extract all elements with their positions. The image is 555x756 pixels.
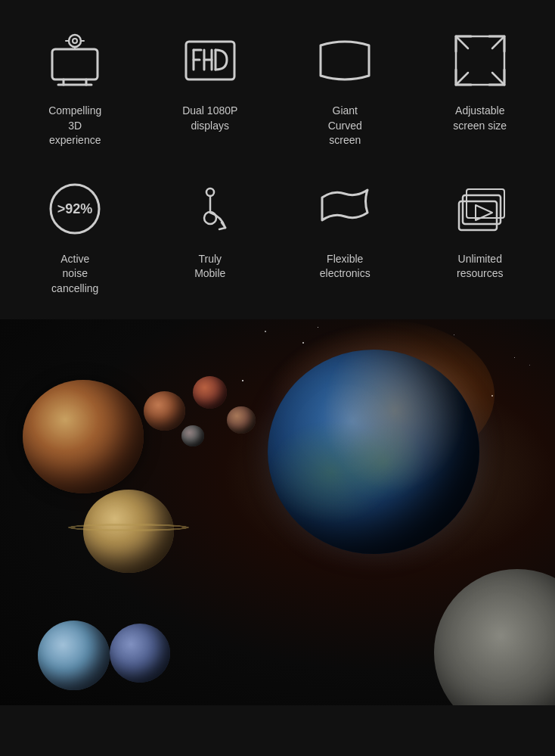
feature-adjustable-label: Adjustablescreen size xyxy=(453,104,507,133)
svg-line-35 xyxy=(219,228,225,229)
feature-dual-1080p: Dual 1080Pdisplays xyxy=(143,15,278,163)
features-grid: Compelling3Dexperience Dual 1080Pdisplay… xyxy=(0,0,555,319)
planet-jupiter xyxy=(23,380,144,493)
feature-noise-cancelling: >92% Activenoisecancelling xyxy=(8,163,143,312)
svg-point-36 xyxy=(204,212,216,224)
mobile-icon xyxy=(176,175,244,243)
feature-curved-screen: GiantCurvedscreen xyxy=(278,15,413,163)
resources-icon xyxy=(446,175,514,243)
planet-small-1 xyxy=(144,391,185,431)
planet-small-4 xyxy=(181,425,204,446)
planet-ice2 xyxy=(110,624,170,683)
planet-saturn-container xyxy=(68,486,189,577)
svg-point-5 xyxy=(73,39,77,43)
svg-rect-39 xyxy=(467,189,504,218)
svg-line-29 xyxy=(492,73,504,85)
noise-cancel-icon: >92% xyxy=(41,175,109,243)
planet-saturn-ring xyxy=(68,523,189,530)
planet-earth xyxy=(268,350,479,554)
feature-truly-mobile: TrulyMobile xyxy=(143,163,278,312)
feature-adjustable-size: Adjustablescreen size xyxy=(413,15,548,163)
svg-line-23 xyxy=(492,36,504,48)
svg-point-4 xyxy=(69,35,81,47)
svg-line-26 xyxy=(456,73,468,85)
svg-rect-38 xyxy=(463,195,501,224)
feature-noise-label: Activenoisecancelling xyxy=(51,252,98,297)
feature-3d-experience: Compelling3Dexperience xyxy=(8,15,143,163)
space-image-section xyxy=(0,319,555,705)
feature-dual-label: Dual 1080Pdisplays xyxy=(182,104,237,133)
flexible-icon xyxy=(311,175,379,243)
feature-unlimited-label: Unlimitedresources xyxy=(457,252,503,282)
feature-mobile-label: TrulyMobile xyxy=(194,252,225,282)
svg-text:>92%: >92% xyxy=(57,201,93,216)
curved-screen-icon xyxy=(311,26,379,95)
planet-ice xyxy=(38,621,110,690)
feature-flexible: Flexibleelectronics xyxy=(278,163,413,312)
fhd-display-icon xyxy=(176,26,244,95)
svg-point-32 xyxy=(206,188,214,196)
feature-unlimited: Unlimitedresources xyxy=(413,163,548,312)
feature-flexible-label: Flexibleelectronics xyxy=(320,252,371,282)
planet-small-3 xyxy=(227,406,256,434)
svg-rect-0 xyxy=(52,49,98,79)
feature-3d-label: Compelling3Dexperience xyxy=(48,104,101,148)
resize-icon xyxy=(446,26,514,95)
planet-small-2 xyxy=(193,376,227,409)
feature-curved-label: GiantCurvedscreen xyxy=(328,104,362,148)
vr-headset-icon xyxy=(41,26,109,95)
svg-line-20 xyxy=(456,36,468,48)
